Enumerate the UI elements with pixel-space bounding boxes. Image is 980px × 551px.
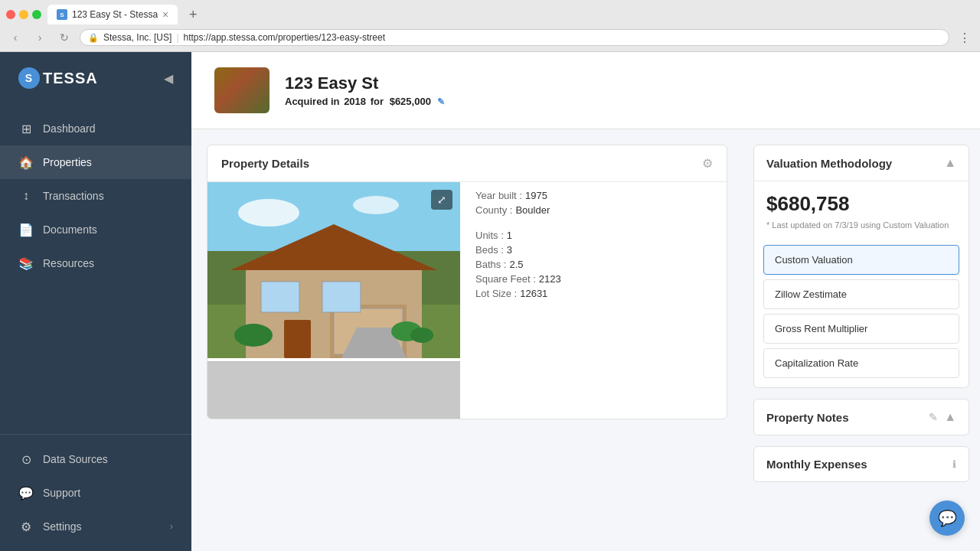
properties-icon: 🏠 [18, 155, 34, 170]
close-dot[interactable] [6, 10, 15, 19]
browser-chrome: S 123 Easy St - Stessa × + ‹ › ↻ 🔒 Stess… [0, 0, 980, 52]
svg-rect-9 [261, 282, 299, 312]
minimize-dot[interactable] [19, 10, 28, 19]
stat-lot: Lot Size : 12631 [475, 288, 561, 299]
svg-rect-10 [322, 282, 361, 312]
chat-icon: 💬 [938, 509, 957, 527]
sidebar-item-label: Properties [43, 156, 92, 168]
notes-title: Property Notes [766, 411, 849, 424]
data-sources-icon: ⊙ [18, 452, 34, 467]
sidebar-item-properties[interactable]: 🏠 Properties [0, 145, 191, 179]
lot-value: 12631 [520, 288, 547, 299]
valuation-option-cap[interactable]: Capitalization Rate [763, 348, 959, 378]
sidebar-item-resources[interactable]: 📚 Resources [0, 246, 191, 280]
sidebar-item-settings[interactable]: ⚙ Settings › [0, 510, 191, 543]
expenses-title: Monthly Expenses [766, 458, 867, 471]
sidebar-item-data-sources[interactable]: ⊙ Data Sources [0, 442, 191, 476]
logo-s-circle: S [18, 67, 40, 89]
refresh-button[interactable]: ↻ [55, 28, 74, 47]
tab-title: 123 Easy St - Stessa [72, 9, 158, 20]
svg-point-13 [234, 324, 273, 347]
sidebar: S TESSA ◀ ⊞ Dashboard 🏠 Properties ↕ Tra… [0, 52, 191, 551]
panel-title: Property Details [221, 157, 309, 170]
sidebar-item-label: Dashboard [43, 122, 96, 135]
property-info: 123 Easy St Acquired in 2018 for $625,00… [285, 73, 445, 107]
browser-addressbar: ‹ › ↻ 🔒 Stessa, Inc. [US] | https://app.… [0, 24, 980, 51]
sqft-value: 2123 [539, 273, 561, 285]
sidebar-collapse-button[interactable]: ◀ [164, 71, 173, 86]
property-details-panel: Property Details ⚙ ⤢ [207, 145, 727, 419]
lock-icon: 🔒 [88, 33, 99, 43]
expenses-panel: Monthly Expenses ℹ [753, 446, 969, 482]
year-built-value: 1975 [525, 190, 547, 201]
property-details-section: Property Details ⚙ ⤢ [191, 129, 743, 551]
valuation-option-grm[interactable]: Gross Rent Multiplier [763, 314, 959, 344]
browser-dots [6, 10, 41, 19]
settings-icon: ⚙ [18, 519, 34, 534]
sidebar-item-label: Documents [43, 223, 97, 236]
back-button[interactable]: ‹ [6, 28, 24, 47]
valuation-option-custom[interactable]: Custom Valuation [763, 245, 959, 275]
sidebar-header: S TESSA ◀ [0, 52, 191, 104]
new-tab-button[interactable]: + [184, 5, 202, 24]
notes-actions: ✎ ▲ [929, 410, 956, 424]
property-stats: Year built : 1975 County : Boulder Units… [460, 182, 577, 361]
maximize-dot[interactable] [32, 10, 41, 19]
notes-panel-header: Property Notes ✎ ▲ [754, 399, 969, 435]
svg-point-2 [353, 196, 399, 214]
sidebar-item-label: Data Sources [43, 453, 108, 465]
browser-titlebar: S 123 Easy St - Stessa × + [0, 0, 980, 24]
sidebar-item-transactions[interactable]: ↕ Transactions [0, 179, 191, 213]
sidebar-item-label: Support [43, 487, 80, 499]
stat-sqft: Square Feet : 2123 [475, 273, 561, 285]
sqft-label: Square Feet : [475, 273, 536, 285]
property-name: 123 Easy St [285, 73, 445, 93]
photo-top: ⤢ [207, 182, 727, 361]
property-header: 123 Easy St Acquired in 2018 for $625,00… [191, 52, 980, 129]
browser-menu-button[interactable]: ⋮ [956, 28, 974, 47]
chat-bubble-button[interactable]: 💬 [929, 500, 965, 536]
county-value: Boulder [515, 204, 550, 216]
property-edit-link[interactable]: ✎ [437, 96, 445, 107]
valuation-amount: $680,758 [754, 181, 969, 220]
resources-icon: 📚 [18, 256, 34, 271]
browser-tab[interactable]: S 123 Easy St - Stessa × [47, 5, 178, 24]
main-photo-container: ⤢ [207, 182, 460, 361]
valuation-chevron-icon[interactable]: ▲ [944, 156, 956, 170]
address-company: Stessa, Inc. [US] [103, 32, 172, 43]
stat-county: County : Boulder [475, 204, 561, 216]
notes-edit-icon[interactable]: ✎ [929, 411, 938, 423]
notes-panel: Property Notes ✎ ▲ [753, 399, 969, 435]
tab-close-button[interactable]: × [162, 8, 168, 21]
valuation-option-zillow[interactable]: Zillow Zestimate [763, 279, 959, 309]
expand-photo-button[interactable]: ⤢ [431, 190, 452, 210]
settings-arrow-icon: › [170, 521, 173, 532]
panel-gear-icon[interactable]: ⚙ [702, 156, 713, 171]
sidebar-item-support[interactable]: 💬 Support [0, 476, 191, 510]
stat-beds: Beds : 3 [475, 244, 561, 256]
main-content: 123 Easy St Acquired in 2018 for $625,00… [191, 52, 980, 551]
sidebar-item-label: Settings [43, 520, 82, 533]
sidebar-item-dashboard[interactable]: ⊞ Dashboard [0, 112, 191, 145]
expenses-info-icon[interactable]: ℹ [952, 458, 956, 470]
notes-chevron-icon[interactable]: ▲ [944, 410, 956, 424]
lot-label: Lot Size : [475, 288, 517, 299]
valuation-updated-text: * Last updated on 7/3/19 using Custom Va… [754, 220, 969, 239]
sidebar-item-label: Resources [43, 257, 94, 269]
expenses-panel-header: Monthly Expenses ℹ [754, 447, 969, 481]
sidebar-item-label: Transactions [43, 190, 104, 202]
sidebar-item-documents[interactable]: 📄 Documents [0, 213, 191, 246]
right-panel: Valuation Methodology ▲ $680,758 * Last … [743, 129, 980, 551]
bottom-photo-placeholder [207, 361, 460, 419]
property-acquired: Acquired in 2018 for $625,000 ✎ [285, 96, 445, 107]
address-divider: | [176, 32, 178, 43]
logo-text: TESSA [43, 70, 98, 87]
svg-point-15 [410, 328, 433, 343]
valuation-title: Valuation Methodology [766, 157, 892, 170]
stat-units: Units : 1 [475, 230, 561, 241]
house-photo [207, 182, 460, 358]
forward-button[interactable]: › [31, 28, 49, 47]
address-bar[interactable]: 🔒 Stessa, Inc. [US] | https://app.stessa… [80, 29, 949, 46]
svg-point-1 [238, 199, 299, 227]
documents-icon: 📄 [18, 222, 34, 237]
